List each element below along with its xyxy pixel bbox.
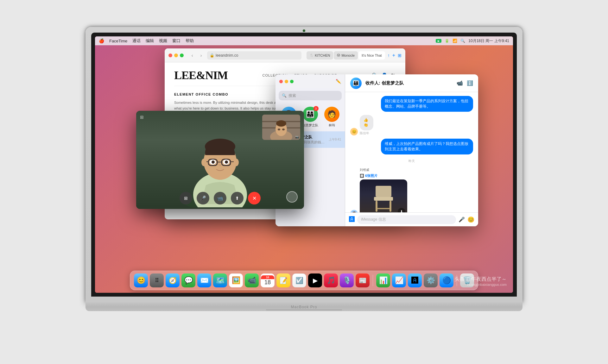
dock-appstore[interactable]: 🅰 (408, 273, 422, 287)
dock-launchpad[interactable]: ⠿ (150, 273, 164, 287)
audio-icon[interactable]: 🎤 (459, 217, 465, 223)
contact-pin-3[interactable]: 🧑 林玮 (324, 107, 339, 128)
conv-title: 收件人: 创意梦之队 (365, 80, 404, 86)
msg-list-time-1: 上午9:41 (329, 137, 341, 142)
dock-mail[interactable]: ✉️ (197, 273, 211, 287)
messages-close[interactable] (279, 80, 283, 83)
svg-rect-6 (376, 186, 391, 197)
back-button[interactable]: ‹ (189, 52, 196, 59)
dock-photos[interactable]: 🖼️ (229, 273, 243, 287)
sender-avatar-1: 😊 (350, 128, 358, 135)
contact-name-3: 林玮 (329, 123, 335, 128)
message-input-area: 🅰 iMessage 信息 🎤 😊 (345, 212, 478, 226)
tab-grid-icon[interactable]: ⊞ (398, 53, 402, 58)
menubar-left: 🍎 FaceTime 通话 编辑 视频 窗口 帮助 (99, 38, 194, 44)
messages-maximize[interactable] (290, 80, 294, 83)
message-bubble-3: 维威，上次拍的产品图有成片了吗？我想选点图放到主页上去看着效果。 (350, 139, 473, 154)
conv-group-avatar: 👨‍👩‍👧 (350, 78, 362, 89)
photo-count-label: 🔲 6张照片 (360, 173, 407, 178)
dock-notes[interactable]: 📝 (276, 273, 290, 287)
svg-rect-8 (376, 201, 377, 212)
wifi-icon: 📶 (453, 39, 457, 43)
dock-podcasts[interactable]: 🎙️ (340, 273, 354, 287)
close-button[interactable] (168, 53, 172, 57)
contact-pin-2[interactable]: 👨‍👩‍👧 3 创意梦之队 (302, 107, 318, 128)
video-button[interactable]: 📹 (214, 192, 226, 204)
website-logo: LEE&NIM (174, 69, 228, 82)
dock-messages[interactable]: 💬 (181, 273, 195, 287)
screen: 🍎 FaceTime 通话 编辑 视频 窗口 帮助 ▶ 🔋 📶 (95, 36, 513, 293)
dock-system-preferences[interactable]: ⚙️ (424, 273, 438, 287)
input-placeholder: iMessage 信息 (361, 217, 386, 222)
svg-point-26 (234, 159, 239, 166)
messages-traffic-lights (279, 80, 294, 83)
contact-avatar-2: 👨‍👩‍👧 3 (303, 107, 318, 122)
photo-message[interactable]: ⬇ (360, 179, 407, 212)
dock-maps[interactable]: 🗺️ (213, 273, 227, 287)
menubar-menu-4[interactable]: 窗口 (172, 38, 180, 44)
safari-tab-kitchen[interactable]: 🍴 KITCHEN (307, 51, 333, 60)
screen-bezel: 🍎 FaceTime 通话 编辑 视频 窗口 帮助 ▶ 🔋 📶 (91, 33, 517, 297)
add-tab-icon[interactable]: + (392, 53, 395, 58)
dock-news[interactable]: 📰 (356, 273, 370, 287)
maximize-button[interactable] (180, 53, 184, 57)
facetime-controls: ⊞ 🎤 📹 ⬆ ✕ (180, 192, 261, 204)
end-call-button[interactable]: ✕ (248, 192, 261, 204)
watermark-main-text: 头条 @午夜西点半了～ (454, 276, 507, 283)
self-view-svg (262, 115, 300, 140)
macbook-computer: 🍎 FaceTime 通话 编辑 视频 窗口 帮助 ▶ 🔋 📶 (86, 27, 522, 337)
menubar-menu-5[interactable]: 帮助 (186, 38, 194, 44)
message-bubble-2: 😊 👍 👏 陈佳年 (350, 115, 473, 136)
menubar-menu-2[interactable]: 编辑 (146, 38, 154, 44)
svg-rect-10 (377, 208, 390, 209)
minimize-button[interactable] (174, 53, 178, 57)
pip-mode-button[interactable]: ⊞ (180, 192, 192, 204)
messages-minimize[interactable] (285, 80, 288, 83)
menubar-menu-3[interactable]: 视频 (159, 38, 167, 44)
dock-music[interactable]: 🎵 (324, 273, 338, 287)
messages-search-bar[interactable]: 🔍 搜索 (279, 91, 342, 100)
dock-calendar[interactable]: 10 18 (261, 273, 275, 287)
menubar-menu-1[interactable]: 通话 (132, 38, 141, 44)
dock-siri[interactable]: 🔵 (440, 273, 453, 287)
traffic-lights (168, 53, 184, 57)
dock-numbers[interactable]: 📊 (376, 273, 390, 287)
effects-button[interactable]: ⬆ (231, 192, 244, 204)
search-messages-icon: 🔍 (282, 93, 287, 98)
apple-logo-icon[interactable]: 🍎 (99, 38, 104, 43)
share-icon[interactable]: ↑ (388, 53, 390, 58)
search-placeholder: 搜索 (288, 93, 296, 98)
dock-facetime[interactable]: 📹 (245, 273, 259, 287)
macbook-base: MacBook Pro (86, 302, 522, 311)
safari-tab-monocle[interactable]: Ⓜ Monocle (334, 51, 358, 60)
menubar-app-name[interactable]: FaceTime (109, 39, 127, 43)
video-call-icon[interactable]: 📹 (457, 80, 463, 86)
dock: 😊 ⠿ 🧭 💬 ✉️ (130, 271, 478, 290)
camera-dot (303, 29, 305, 32)
emoji-picker-icon[interactable]: 😊 (467, 216, 474, 223)
address-bar[interactable]: 🔒 leeandnim.co (207, 51, 301, 60)
pip-corner-icon[interactable]: ⊞ (140, 115, 144, 120)
record-button[interactable] (286, 191, 298, 203)
compose-button[interactable]: ✏️ (336, 79, 341, 84)
pip-camera-icon: 📷 (295, 135, 299, 139)
safari-tab-itsnicethat[interactable]: It's Nice That (358, 51, 385, 60)
dock-appletv[interactable]: ▶ (308, 273, 322, 287)
conversation-messages: 我们最近在策划新一季产品的系列设计方案，包括概念、网站、品牌手册等。 😊 👍 👏… (345, 92, 478, 212)
dock-safari[interactable]: 🧭 (166, 273, 180, 287)
message-input-field[interactable]: iMessage 信息 (357, 215, 456, 224)
dock-finder[interactable]: 😊 (134, 273, 148, 287)
dock-keynote[interactable]: 📈 (392, 273, 406, 287)
sender-name-2: 刘维威 (360, 168, 407, 172)
forward-button[interactable]: › (198, 52, 205, 59)
conversation-header: 👨‍👩‍👧 收件人: 创意梦之队 📹 ℹ️ (345, 74, 478, 92)
pip-self-view[interactable]: 📷 (262, 115, 300, 140)
apps-icon[interactable]: 🅰 (349, 216, 355, 223)
search-icon[interactable]: 🔍 (460, 39, 465, 43)
mute-button[interactable]: 🎤 (197, 192, 209, 204)
battery-icon: 🔋 (445, 39, 449, 43)
info-icon[interactable]: ℹ️ (467, 80, 473, 86)
watermark-sub-text: huangjinbaixiangguo.com (454, 283, 507, 286)
dock-reminders[interactable]: ☑️ (292, 273, 306, 287)
contact-avatar-3: 🧑 (324, 107, 339, 122)
